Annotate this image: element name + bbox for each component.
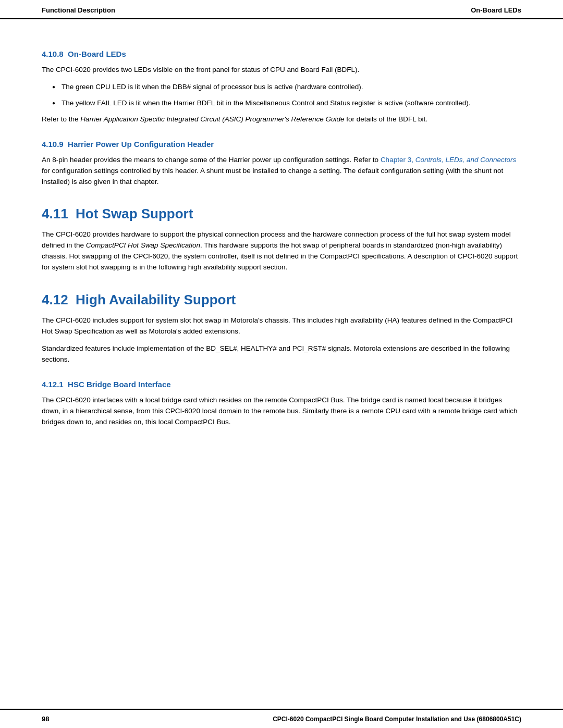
main-content: 4.10.8 On-Board LEDs The CPCI-6020 provi… xyxy=(0,19,563,709)
section-4-10-8-para1: The CPCI-6020 provides two LEDs visible … xyxy=(42,65,521,76)
footer-doc-title: CPCI-6020 CompactPCI Single Board Comput… xyxy=(273,715,521,723)
section-4-10-8-heading: 4.10.8 On-Board LEDs xyxy=(42,50,521,58)
section-4-12-number: 4.12 xyxy=(42,292,68,307)
section-4-11-para1: The CPCI-6020 provides hardware to suppo… xyxy=(42,229,521,273)
section-4-12-para1: The CPCI-6020 includes support for syste… xyxy=(42,315,521,337)
section-4-12: 4.12 High Availability Support The CPCI-… xyxy=(42,292,521,365)
ref-after: for details of the BDFL bit. xyxy=(345,115,427,123)
bullet-item-1: The green CPU LED is lit when the DBB# s… xyxy=(52,82,521,93)
para-before-link: An 8-pin header provides the means to ch… xyxy=(42,156,381,164)
page-footer: 98 CPCI-6020 CompactPCI Single Board Com… xyxy=(0,709,563,728)
header-left-text: Functional Description xyxy=(42,6,115,14)
section-4-11-title: Hot Swap Support xyxy=(76,206,193,221)
section-4-12-heading: 4.12 High Availability Support xyxy=(42,292,521,308)
section-4-10-8-title: On-Board LEDs xyxy=(68,50,126,58)
section-4-10-9-para1: An 8-pin header provides the means to ch… xyxy=(42,155,521,188)
section-4-10-9-title: Harrier Power Up Configuration Header xyxy=(68,140,214,149)
section-4-12-1-number: 4.12.1 xyxy=(42,380,64,389)
section-4-11-heading: 4.11 Hot Swap Support xyxy=(42,206,521,222)
page-header: Functional Description On-Board LEDs xyxy=(0,0,563,19)
page: Functional Description On-Board LEDs 4.1… xyxy=(0,0,563,728)
header-right-text: On-Board LEDs xyxy=(471,6,521,14)
chapter-link[interactable]: Chapter 3, Controls, LEDs, and Connector… xyxy=(381,156,516,164)
footer-page-number: 98 xyxy=(42,715,49,723)
bullet-item-2: The yellow FAIL LED is lit when the Harr… xyxy=(52,98,521,109)
section-4-10-8-bullets: The green CPU LED is lit when the DBB# s… xyxy=(52,82,521,109)
para-4-11-italic: CompactPCI Hot Swap Specification xyxy=(86,241,200,249)
ref-italic: Harrier Application Specific Integrated … xyxy=(80,115,344,123)
section-4-12-1-heading: 4.12.1 HSC Bridge Board Interface xyxy=(42,380,521,389)
para-after-link: for configuration settings controlled by… xyxy=(42,167,503,186)
section-4-12-1: 4.12.1 HSC Bridge Board Interface The CP… xyxy=(42,380,521,428)
section-4-10-8-ref: Refer to the Harrier Application Specifi… xyxy=(42,114,521,125)
chapter-link-italic: Controls, LEDs, and Connectors xyxy=(415,156,517,164)
section-4-10-9-heading: 4.10.9 Harrier Power Up Configuration He… xyxy=(42,140,521,149)
section-4-10-8-number: 4.10.8 xyxy=(42,50,64,58)
section-4-11-number: 4.11 xyxy=(42,206,68,221)
section-4-12-title: High Availability Support xyxy=(76,292,236,307)
section-4-11: 4.11 Hot Swap Support The CPCI-6020 prov… xyxy=(42,206,521,273)
section-4-10-8: 4.10.8 On-Board LEDs The CPCI-6020 provi… xyxy=(42,50,521,125)
section-4-10-9: 4.10.9 Harrier Power Up Configuration He… xyxy=(42,140,521,188)
section-4-12-para2: Standardized features include implementa… xyxy=(42,343,521,365)
section-4-12-1-title: HSC Bridge Board Interface xyxy=(68,380,171,389)
ref-before: Refer to the xyxy=(42,115,80,123)
section-4-10-9-number: 4.10.9 xyxy=(42,140,64,149)
section-4-12-1-para1: The CPCI-6020 interfaces with a local br… xyxy=(42,395,521,428)
